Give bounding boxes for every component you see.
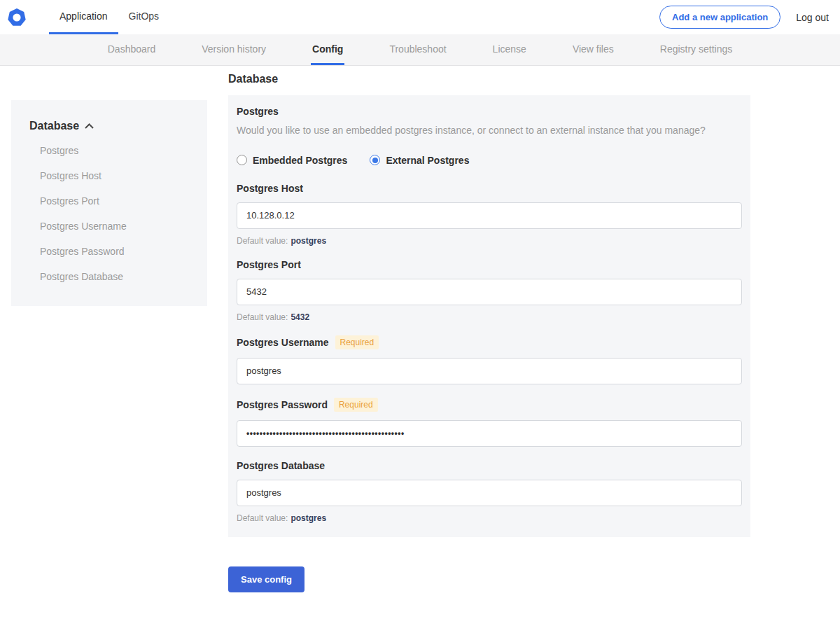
field-label: Postgres Host — [237, 183, 303, 194]
config-main: Database Postgres Would you like to use … — [228, 73, 750, 592]
radio-unselected-icon — [237, 155, 247, 165]
tab-gitops[interactable]: GitOps — [118, 0, 170, 34]
required-badge: Required — [334, 398, 378, 412]
tab-application[interactable]: Application — [49, 0, 118, 34]
required-badge: Required — [335, 335, 379, 349]
sidebar-item-postgres-host[interactable]: Postgres Host — [11, 163, 207, 188]
app-subnav: Dashboard Version history Config Trouble… — [0, 34, 840, 66]
sidebar-item-postgres-password[interactable]: Postgres Password — [11, 239, 207, 264]
header-right: Add a new application Log out — [659, 0, 840, 34]
save-config-button[interactable]: Save config — [228, 566, 304, 592]
default-value-line: Default value:postgres — [237, 236, 742, 246]
postgres-host-input[interactable] — [237, 202, 742, 229]
postgres-help-text: Would you like to use an embedded postgr… — [237, 124, 742, 138]
config-sidebar: Database Postgres Postgres Host Postgres… — [11, 100, 207, 306]
kots-admin-console: Application GitOps Add a new application… — [0, 0, 840, 619]
postgres-password-input[interactable] — [237, 420, 742, 447]
radio-label: External Postgres — [386, 155, 469, 166]
sidebar-group-database[interactable]: Database — [11, 120, 207, 132]
postgres-port-input[interactable] — [237, 279, 742, 305]
field-label: Postgres Username — [237, 337, 329, 348]
database-config-panel: Postgres Would you like to use an embedd… — [228, 95, 750, 537]
app-logo[interactable] — [6, 0, 36, 34]
radio-embedded-postgres[interactable]: Embedded Postgres — [237, 155, 347, 166]
top-header: Application GitOps Add a new application… — [0, 0, 840, 34]
postgres-mode-radio-group: Embedded Postgres External Postgres — [237, 155, 742, 166]
field-postgres-username: Postgres Username Required — [237, 335, 742, 384]
subnav-tab-version-history[interactable]: Version history — [200, 34, 267, 65]
config-content: Database Postgres Postgres Host Postgres… — [0, 66, 840, 618]
add-new-application-button[interactable]: Add a new application — [659, 6, 780, 29]
sidebar-item-postgres-port[interactable]: Postgres Port — [11, 188, 207, 214]
field-postgres-port: Postgres Port Default value:5432 — [237, 259, 742, 322]
field-postgres-password: Postgres Password Required — [237, 398, 742, 447]
subnav-tab-view-files[interactable]: View files — [571, 34, 615, 65]
field-postgres-host: Postgres Host Default value:postgres — [237, 183, 742, 246]
field-postgres-database: Postgres Database Default value:postgres — [237, 460, 742, 523]
sidebar-group-label: Database — [29, 120, 79, 132]
subnav-tab-config[interactable]: Config — [311, 34, 344, 65]
field-label: Postgres Password — [237, 399, 328, 410]
logout-button[interactable]: Log out — [796, 12, 829, 23]
top-tabs: Application GitOps — [49, 0, 169, 34]
subnav-tab-dashboard[interactable]: Dashboard — [106, 34, 158, 65]
sidebar-items: Postgres Postgres Host Postgres Port Pos… — [11, 138, 207, 289]
sidebar-item-postgres-username[interactable]: Postgres Username — [11, 214, 207, 239]
subnav-tab-license[interactable]: License — [491, 34, 528, 65]
postgres-username-input[interactable] — [237, 358, 742, 384]
subnav-tab-troubleshoot[interactable]: Troubleshoot — [388, 34, 447, 65]
subnav-tab-registry-settings[interactable]: Registry settings — [659, 34, 734, 65]
replicated-logo-icon — [7, 8, 27, 27]
section-title: Database — [228, 73, 750, 85]
radio-external-postgres[interactable]: External Postgres — [370, 155, 469, 166]
sidebar-item-postgres-database[interactable]: Postgres Database — [11, 264, 207, 289]
radio-label: Embedded Postgres — [253, 155, 347, 166]
default-value-line: Default value:5432 — [237, 312, 742, 322]
radio-selected-icon — [370, 155, 380, 165]
field-label: Postgres Database — [237, 460, 325, 471]
postgres-database-input[interactable] — [237, 480, 742, 506]
field-label: Postgres Port — [237, 259, 301, 270]
sidebar-item-postgres[interactable]: Postgres — [11, 138, 207, 163]
postgres-group-heading: Postgres — [237, 106, 742, 117]
default-value-line: Default value:postgres — [237, 513, 742, 523]
chevron-up-icon — [85, 123, 94, 129]
